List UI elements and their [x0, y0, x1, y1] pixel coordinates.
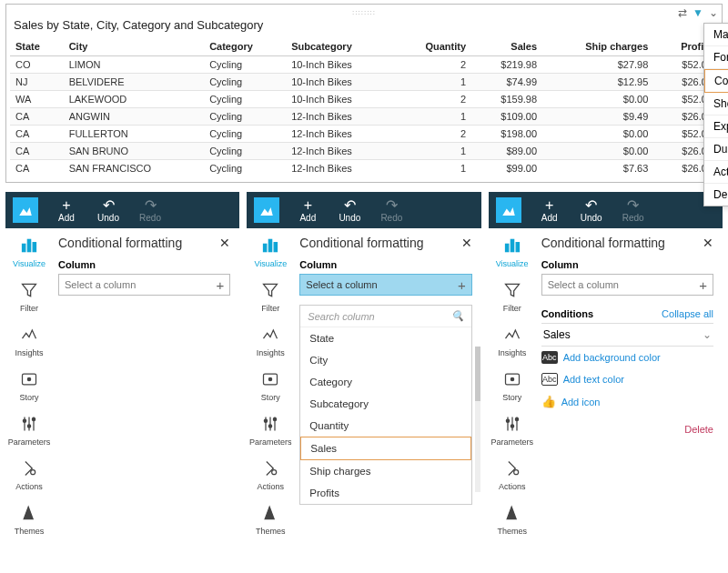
sidebar-item-insights[interactable]: Insights — [489, 323, 536, 360]
redo-button[interactable]: ↷Redo — [612, 192, 654, 228]
sidebar-item-filter[interactable]: Filter — [489, 278, 536, 316]
table-row[interactable]: CASAN FRANCISCOCycling12-Inch Bikes1$99.… — [10, 160, 718, 177]
scrollbar[interactable] — [475, 347, 480, 492]
add-icon[interactable]: 👍Add icon — [541, 390, 713, 413]
delete-condition[interactable]: Delete — [541, 424, 713, 435]
themes-icon — [261, 504, 279, 525]
undo-button[interactable]: ↶Undo — [87, 192, 129, 228]
plus-icon: + — [304, 198, 312, 213]
sidebar-item-visualize[interactable]: Visualize — [489, 234, 536, 271]
dropdown-option[interactable]: Sales — [300, 437, 470, 460]
sidebar-item-visualize[interactable]: Visualize — [5, 234, 53, 271]
more-menu-icon[interactable]: ⌄ — [709, 6, 718, 19]
add-text-color[interactable]: AbcAdd text color — [541, 368, 713, 390]
close-icon[interactable]: ✕ — [461, 236, 472, 250]
column-header[interactable]: Category — [204, 37, 286, 56]
dropdown-option[interactable]: Subcategory — [300, 393, 470, 415]
context-menu-item[interactable]: Conditional formatting — [704, 69, 728, 93]
context-menu-item[interactable]: Export to CSV — [704, 116, 728, 138]
sidebar-item-actions[interactable]: Actions — [489, 457, 536, 494]
sidebar-item-parameters[interactable]: Parameters — [5, 412, 53, 449]
column-select[interactable]: Select a column+ — [541, 274, 713, 296]
filter-icon[interactable]: ▼ — [693, 6, 703, 19]
column-header[interactable]: Sales — [471, 37, 542, 56]
column-header[interactable]: Ship charges — [542, 37, 653, 56]
sidebar-item-insights[interactable]: Insights — [247, 323, 294, 360]
thumb-icon: 👍 — [541, 395, 556, 408]
dropdown-option[interactable]: Quantity — [300, 415, 470, 437]
table-row[interactable]: COLIMONCycling10-Inch Bikes2$219.98$27.9… — [10, 56, 718, 74]
svg-point-25 — [515, 417, 518, 420]
app-logo[interactable] — [254, 197, 279, 223]
sidebar-item-story[interactable]: Story — [489, 367, 536, 405]
add-button[interactable]: +Add — [287, 192, 329, 228]
svg-point-14 — [265, 419, 268, 422]
sidebar-item-actions[interactable]: Actions — [5, 457, 53, 494]
column-header[interactable]: Quantity — [394, 37, 471, 56]
context-menu-item[interactable]: Format visual — [704, 46, 728, 69]
sidebar-item-themes[interactable]: Themes — [5, 501, 53, 538]
dropdown-option[interactable]: Ship charges — [300, 460, 470, 482]
swap-icon[interactable]: ⇄ — [678, 6, 687, 19]
sidebar-item-themes[interactable]: Themes — [489, 501, 536, 538]
undo-icon: ↶ — [344, 198, 356, 213]
panel-main: Conditional formatting✕ Column Select a … — [536, 228, 723, 538]
context-menu-item[interactable]: Show totals — [704, 93, 728, 116]
column-header[interactable]: City — [64, 37, 204, 56]
column-label: Column — [299, 259, 471, 270]
story-icon — [261, 370, 279, 391]
svg-rect-10 — [269, 239, 272, 251]
column-header[interactable]: Subcategory — [286, 37, 394, 56]
sidebar-item-actions[interactable]: Actions — [247, 457, 294, 494]
context-menu-item[interactable]: Duplicate visual — [704, 138, 728, 161]
sidebar-item-visualize[interactable]: Visualize — [247, 234, 294, 271]
dropdown-option[interactable]: City — [300, 349, 470, 371]
column-select[interactable]: Select a column+ — [58, 274, 230, 296]
sidebar-item-themes[interactable]: Themes — [247, 501, 294, 538]
sidebar-item-filter[interactable]: Filter — [247, 278, 294, 316]
svg-point-15 — [269, 425, 272, 427]
visualize-icon — [261, 236, 279, 257]
text-color-icon: Abc — [541, 373, 558, 386]
redo-button[interactable]: ↷Redo — [370, 192, 412, 228]
sidebar-item-parameters[interactable]: Parameters — [247, 412, 294, 449]
undo-button[interactable]: ↶Undo — [571, 192, 612, 228]
add-button[interactable]: +Add — [46, 192, 87, 228]
dropdown-option[interactable]: State — [300, 327, 470, 349]
close-icon[interactable]: ✕ — [703, 236, 713, 250]
add-button[interactable]: +Add — [529, 192, 571, 228]
sidebar-item-parameters[interactable]: Parameters — [489, 412, 536, 449]
drag-handle[interactable]: :::::::: — [10, 8, 718, 16]
themes-icon — [503, 504, 521, 525]
visualize-icon — [20, 236, 38, 257]
sidebar-item-story[interactable]: Story — [247, 367, 294, 405]
dropdown-option[interactable]: Category — [300, 371, 470, 393]
svg-point-26 — [513, 470, 518, 475]
close-icon[interactable]: ✕ — [219, 236, 230, 250]
undo-button[interactable]: ↶Undo — [329, 192, 370, 228]
redo-button[interactable]: ↷Redo — [129, 192, 171, 228]
sidebar-item-filter[interactable]: Filter — [5, 278, 53, 316]
story-icon — [503, 370, 521, 391]
sidebar-item-story[interactable]: Story — [5, 367, 53, 405]
context-menu-item[interactable]: Delete — [704, 184, 728, 206]
svg-rect-9 — [264, 244, 267, 251]
table-row[interactable]: CAANGWINCycling12-Inch Bikes1$109.00$9.4… — [10, 108, 718, 126]
column-select[interactable]: Select a column+ — [299, 274, 471, 296]
search-input[interactable]: Search column🔍 — [300, 306, 470, 327]
context-menu-item[interactable]: Actions — [704, 161, 728, 184]
dropdown-option[interactable]: Profits — [300, 482, 470, 504]
column-header[interactable]: State — [10, 37, 64, 56]
table-row[interactable]: CAFULLERTONCycling12-Inch Bikes2$198.00$… — [10, 126, 718, 143]
table-row[interactable]: NJBELVIDERECycling10-Inch Bikes1$74.99$1… — [10, 74, 718, 91]
add-background-color[interactable]: AbcAdd background color — [541, 347, 713, 368]
undo-icon: ↶ — [585, 198, 597, 213]
table-row[interactable]: CASAN BRUNOCycling12-Inch Bikes1$89.00$0… — [10, 143, 718, 160]
app-logo[interactable] — [496, 197, 521, 223]
collapse-all-link[interactable]: Collapse all — [662, 308, 713, 319]
app-logo[interactable] — [13, 197, 38, 223]
context-menu-item[interactable]: Maximize — [704, 24, 728, 46]
sidebar-item-insights[interactable]: Insights — [5, 323, 53, 360]
table-row[interactable]: WALAKEWOODCycling10-Inch Bikes2$159.98$0… — [10, 91, 718, 108]
condition-field[interactable]: Sales⌄ — [541, 323, 713, 347]
